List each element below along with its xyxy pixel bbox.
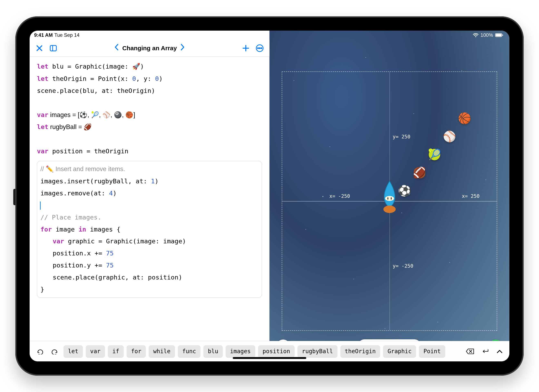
svg-rect-1 (388, 198, 388, 199)
page-title[interactable]: Changing an Array (122, 45, 177, 52)
wifi-icon (473, 33, 479, 37)
kbd-token-images[interactable]: images (226, 345, 255, 358)
scene-pane: y= 250 y= -250 x= 250 x= -250 (270, 31, 509, 361)
svg-point-16 (257, 48, 259, 48)
status-date: Tue Sep 14 (54, 32, 79, 38)
ball-tennis: 🎾 (429, 149, 440, 160)
svg-rect-11 (50, 45, 56, 51)
label-y-neg: y= -250 (393, 263, 413, 269)
main-split: let blu = Graphic(image: 🚀) let theOrigi… (30, 31, 509, 361)
kbd-token-Point[interactable]: Point (419, 345, 445, 358)
status-bar: 9:41 AM Tue Sep 14 100% (30, 31, 509, 40)
kbd-token-var[interactable]: var (86, 345, 105, 358)
kbd-token-theOrigin[interactable]: theOrigin (340, 345, 380, 358)
svg-point-18 (261, 48, 262, 48)
kbd-token-blu[interactable]: blu (203, 345, 223, 358)
delete-button[interactable] (464, 348, 476, 355)
editor-toolbar: Changing an Array (30, 40, 270, 57)
ball-baseball: ⚾️ (444, 131, 455, 142)
ball-basketball: 🏀 (459, 113, 470, 124)
kbd-token-rugbyBall[interactable]: rugbyBall (298, 345, 337, 358)
undo-button[interactable] (34, 348, 46, 354)
ipad-frame: let blu = Graphic(image: 🚀) let theOrigi… (15, 16, 524, 376)
label-x-pos: x= 250 (462, 193, 480, 199)
home-indicator[interactable] (233, 357, 306, 359)
add-button[interactable] (241, 44, 250, 53)
kbd-token-func[interactable]: func (178, 345, 201, 358)
kbd-token-if[interactable]: if (108, 345, 124, 358)
text-cursor (40, 202, 41, 210)
battery-icon (495, 33, 503, 37)
battery-percent: 100% (481, 32, 493, 38)
svg-rect-8 (502, 34, 503, 36)
label-x-neg: x= -250 (329, 193, 350, 199)
close-button[interactable] (35, 44, 44, 53)
screen: let blu = Graphic(image: 🚀) let theOrigi… (30, 31, 509, 361)
return-button[interactable] (479, 348, 491, 354)
sidebar-toggle-button[interactable] (49, 44, 58, 53)
redo-button[interactable] (49, 348, 61, 354)
ball-football: 🏈 (414, 167, 425, 179)
device-side-button (13, 189, 15, 205)
code-editor[interactable]: let blu = Graphic(image: 🚀) let theOrigi… (30, 57, 269, 339)
next-page-button[interactable] (179, 44, 186, 53)
label-y-pos: y= 250 (393, 134, 410, 140)
prev-page-button[interactable] (113, 44, 120, 53)
svg-rect-7 (496, 34, 501, 36)
ball-soccer: ⚽️ (399, 185, 410, 196)
kbd-token-position[interactable]: position (258, 345, 295, 358)
svg-point-17 (259, 48, 260, 48)
svg-rect-2 (391, 198, 392, 199)
scene-bounds: y= 250 y= -250 x= 250 x= -250 (282, 72, 497, 331)
kbd-token-for[interactable]: for (127, 345, 146, 358)
editable-code-box[interactable]: // ✏️ Insert and remove items. images.in… (37, 161, 262, 298)
chevron-up-button[interactable] (494, 349, 505, 354)
svg-point-0 (385, 196, 394, 201)
code-pane: let blu = Graphic(image: 🚀) let theOrigi… (30, 31, 270, 361)
kbd-token-Graphic[interactable]: Graphic (383, 345, 416, 358)
kbd-token-while[interactable]: while (149, 345, 175, 358)
more-button[interactable] (255, 44, 264, 53)
status-time: 9:41 AM (34, 32, 53, 38)
page-nav: Changing an Array (113, 44, 186, 53)
kbd-token-let[interactable]: let (63, 345, 83, 358)
svg-rect-4 (387, 206, 392, 209)
